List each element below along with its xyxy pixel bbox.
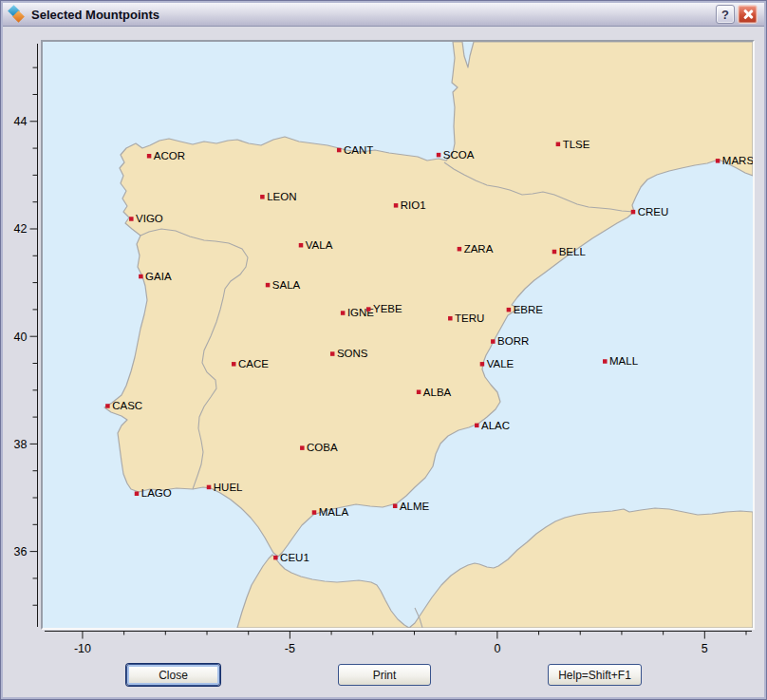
- station-label: SONS: [337, 348, 368, 359]
- title-bar[interactable]: Selected Mountpoints ?: [3, 3, 764, 27]
- dialog-body: ACORCANTSCOATLSEMARSVIGOLEONRIO1CREUVALA…: [3, 28, 764, 697]
- station-label: LAGO: [141, 487, 172, 499]
- station-label: TERU: [455, 312, 484, 324]
- station-label: VALA: [306, 239, 333, 251]
- station-marker: [129, 217, 134, 221]
- y-tick-label: 44: [14, 115, 28, 128]
- station-label: CREU: [638, 206, 669, 218]
- station-label: CACE: [238, 358, 269, 369]
- station-label: VALE: [487, 358, 514, 369]
- close-icon: [742, 9, 754, 20]
- station-label: SALA: [272, 279, 301, 291]
- station-label: BELL: [559, 246, 587, 257]
- station-marker: [207, 485, 212, 490]
- station-label: RIO1: [401, 199, 426, 211]
- station-marker: [393, 504, 398, 509]
- station-marker: [480, 362, 485, 367]
- x-tick-label: -5: [285, 642, 295, 655]
- station-label: ZARA: [464, 243, 494, 255]
- station-label: ALBA: [423, 387, 452, 398]
- station-marker: [448, 316, 453, 321]
- station-label: BORR: [497, 335, 529, 347]
- station-marker: [341, 311, 346, 315]
- station-marker: [716, 159, 720, 163]
- station-marker: [105, 404, 110, 408]
- station-marker: [631, 210, 636, 215]
- station-marker: [260, 195, 265, 199]
- station-marker: [552, 250, 557, 255]
- station-borr: BORR: [491, 335, 529, 347]
- station-marker: [394, 203, 399, 208]
- station-label: MARS: [722, 155, 753, 166]
- station-marker: [135, 491, 140, 496]
- station-label: ACOR: [154, 150, 185, 161]
- mountpoints-map: ACORCANTSCOATLSEMARSVIGOLEONRIO1CREUVALA…: [43, 42, 753, 628]
- station-label: EBRE: [514, 304, 544, 315]
- station-marker: [299, 243, 304, 248]
- station-marker: [556, 142, 561, 147]
- x-tick-label: -10: [74, 642, 91, 655]
- station-label: LEON: [267, 191, 296, 202]
- station-marker: [417, 390, 421, 395]
- station-label: TLSE: [563, 139, 590, 150]
- y-tick-label: 40: [14, 331, 28, 344]
- titlebar-close-button[interactable]: [738, 5, 758, 24]
- station-marker: [300, 445, 305, 450]
- y-tick-label: 38: [14, 438, 28, 451]
- help-button[interactable]: Help=Shift+F1: [548, 664, 642, 686]
- station-marker: [139, 274, 143, 279]
- station-label: GAIA: [145, 271, 172, 282]
- station-label: ALME: [400, 501, 430, 512]
- station-marker: [147, 154, 152, 159]
- station-label: VIGO: [136, 213, 163, 224]
- station-marker: [437, 153, 441, 158]
- station-marker: [507, 308, 512, 312]
- station-marker: [273, 556, 278, 560]
- station-label: SCOA: [443, 149, 475, 161]
- station-marker: [330, 351, 335, 356]
- station-label: HUEL: [214, 482, 243, 493]
- station-label: ALAC: [481, 420, 510, 431]
- station-marker: [475, 424, 479, 428]
- station-acor: ACOR: [147, 150, 185, 161]
- map-plot: ACORCANTSCOATLSEMARSVIGOLEONRIO1CREUVALA…: [41, 40, 755, 630]
- x-tick-label: 0: [494, 642, 500, 655]
- station-marker: [266, 283, 271, 288]
- station-label: CEU1: [280, 552, 309, 563]
- station-label: MALL: [609, 355, 639, 367]
- station-marker: [366, 307, 371, 312]
- station-label: CASC: [112, 400, 142, 411]
- station-label: COBA: [307, 442, 338, 453]
- station-marker: [491, 339, 496, 344]
- y-tick-label: 42: [14, 222, 28, 236]
- station-marker: [232, 362, 236, 367]
- station-label: MALA: [319, 506, 349, 518]
- dialog-window: Selected Mountpoints ? ACORCANTSCOATLSEM…: [0, 0, 767, 700]
- station-marker: [337, 148, 342, 153]
- window-title: Selected Mountpoints: [31, 8, 764, 22]
- print-button[interactable]: Print: [338, 664, 431, 686]
- station-label: YEBE: [373, 303, 402, 314]
- close-button[interactable]: Close: [126, 664, 220, 686]
- app-icon: [8, 6, 25, 23]
- y-tick-label: 36: [14, 545, 28, 558]
- station-marker: [603, 359, 608, 364]
- station-marker: [312, 510, 317, 515]
- x-tick-label: 5: [702, 642, 708, 655]
- station-label: CANT: [344, 144, 373, 156]
- station-marker: [458, 247, 462, 252]
- titlebar-help-button[interactable]: ?: [716, 5, 735, 24]
